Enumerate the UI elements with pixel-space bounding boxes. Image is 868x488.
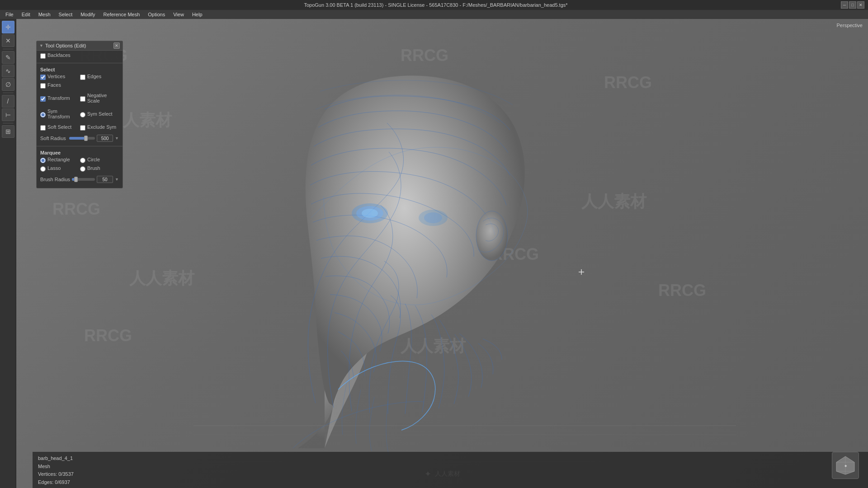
sym-select-radio[interactable] bbox=[80, 112, 85, 117]
exclude-sym-row: Exclude Sym bbox=[80, 124, 119, 131]
menu-item-mesh[interactable]: Mesh bbox=[35, 11, 54, 18]
edges-checkbox[interactable] bbox=[80, 75, 85, 80]
backfaces-checkbox[interactable] bbox=[40, 53, 46, 59]
brush-radius-track[interactable] bbox=[72, 178, 95, 181]
head-mesh-svg bbox=[16, 19, 868, 488]
brush-radius-label: Brush Radius bbox=[40, 177, 70, 182]
rectangle-radio[interactable] bbox=[40, 158, 46, 163]
soft-select-checkbox[interactable] bbox=[40, 125, 46, 131]
vertices-checkbox[interactable] bbox=[40, 75, 46, 80]
maximize-button[interactable]: □ bbox=[849, 1, 856, 9]
transform-row: Transform bbox=[40, 93, 79, 105]
sym-transform-label: Sym Transform bbox=[47, 108, 79, 119]
negative-scale-row: Negative Scale bbox=[80, 93, 119, 105]
menu-item-reference mesh[interactable]: Reference Mesh bbox=[100, 11, 144, 18]
lasso-radio[interactable] bbox=[40, 166, 46, 172]
menu-bar: FileEditMeshSelectModifyReference MeshOp… bbox=[0, 10, 868, 19]
menu-item-file[interactable]: File bbox=[2, 11, 17, 18]
rectangle-row: Rectangle bbox=[40, 157, 79, 164]
transform-label: Transform bbox=[47, 95, 70, 101]
brush-marquee-label: Brush bbox=[87, 165, 100, 171]
brush-radius-row: Brush Radius 50 ▼ bbox=[40, 176, 119, 183]
exclude-sym-checkbox[interactable] bbox=[80, 125, 85, 131]
soft-select-label: Soft Select bbox=[47, 124, 71, 130]
vertices-label: Vertices bbox=[47, 74, 65, 79]
toolbar-divider-3 bbox=[3, 123, 14, 123]
menu-item-options[interactable]: Options bbox=[144, 11, 169, 18]
viewport-3d[interactable]: RRCG 人人素材 RRCG 人人素材 RRCG RRCG 人人素材 RRCG … bbox=[16, 19, 868, 488]
sym-options: Sym Transform Sym Select bbox=[40, 108, 119, 122]
menu-item-edit[interactable]: Edit bbox=[18, 11, 34, 18]
select-options: Vertices Edges Faces bbox=[40, 74, 119, 90]
brush-row: Brush bbox=[80, 165, 119, 172]
svg-point-7 bbox=[424, 212, 442, 223]
window-controls[interactable]: ─ □ ✕ bbox=[841, 1, 864, 9]
soft-select-row: Soft Select bbox=[40, 124, 79, 131]
faces-checkbox[interactable] bbox=[40, 83, 46, 89]
brush-radio[interactable] bbox=[80, 166, 85, 172]
lasso-row: Lasso bbox=[40, 165, 79, 172]
panel-title: ▼ Tool Options (Edit) bbox=[39, 43, 86, 48]
soft-radius-thumb[interactable] bbox=[84, 136, 88, 141]
marquee-options: Rectangle Circle Lasso Brush bbox=[40, 157, 119, 173]
measure-tool[interactable]: ⊢ bbox=[2, 108, 14, 121]
negative-scale-checkbox[interactable] bbox=[80, 96, 85, 102]
menu-item-modify[interactable]: Modify bbox=[77, 11, 99, 18]
minimize-button[interactable]: ─ bbox=[841, 1, 848, 9]
navigation-cube[interactable]: ◆ bbox=[832, 452, 859, 479]
relax-tool[interactable]: ∿ bbox=[2, 65, 14, 77]
panel-header[interactable]: ▼ Tool Options (Edit) ✕ bbox=[37, 41, 123, 51]
menu-item-help[interactable]: Help bbox=[189, 11, 206, 18]
backfaces-label: Backfaces bbox=[47, 52, 71, 58]
faces-label: Faces bbox=[47, 82, 61, 88]
marquee-label: Marquee bbox=[40, 150, 119, 155]
circle-row: Circle bbox=[80, 157, 119, 164]
close-button[interactable]: ✕ bbox=[857, 1, 864, 9]
backfaces-section: Backfaces bbox=[37, 51, 123, 61]
sym-select-row: Sym Select bbox=[80, 108, 119, 121]
soft-radius-row: Soft Radius 500 ▼ bbox=[40, 135, 119, 142]
circle-radio[interactable] bbox=[80, 158, 85, 163]
faces-row: Faces bbox=[40, 82, 79, 89]
brush-radius-thumb[interactable] bbox=[74, 177, 78, 182]
knife-tool[interactable]: / bbox=[2, 95, 14, 108]
soft-radius-arrow[interactable]: ▼ bbox=[115, 136, 119, 141]
svg-point-5 bbox=[362, 209, 378, 218]
sym-section: Sym Transform Sym Select bbox=[37, 107, 123, 122]
transform-options: Transform Negative Scale bbox=[40, 93, 119, 106]
select-section: Select Vertices Edges Faces bbox=[37, 65, 123, 91]
soft-radius-label: Soft Radius bbox=[40, 136, 67, 141]
lasso-label: Lasso bbox=[47, 165, 61, 171]
select-move-tool[interactable]: ✛ bbox=[2, 21, 14, 33]
tool-options-panel: ▼ Tool Options (Edit) ✕ Backfaces Select… bbox=[36, 41, 123, 188]
sym-select-label: Sym Select bbox=[87, 111, 113, 117]
brush-radius-arrow[interactable]: ▼ bbox=[115, 177, 119, 182]
toolbar-divider-2 bbox=[3, 93, 14, 93]
sym-transform-row: Sym Transform bbox=[40, 108, 79, 121]
marquee-section: Marquee Rectangle Circle Lasso Brush bbox=[37, 148, 123, 174]
soft-select-section: Soft Select Exclude Sym bbox=[37, 122, 123, 133]
soft-radius-value[interactable]: 500 bbox=[97, 135, 113, 142]
circle-label: Circle bbox=[87, 157, 100, 162]
soft-radius-section: Soft Radius 500 ▼ bbox=[37, 133, 123, 144]
exclude-sym-label: Exclude Sym bbox=[87, 124, 116, 130]
divider-2 bbox=[37, 146, 123, 146]
brush-tool[interactable]: ∅ bbox=[2, 78, 14, 91]
brush-radius-value[interactable]: 50 bbox=[97, 176, 113, 183]
transform-tool[interactable]: ✕ bbox=[2, 34, 14, 47]
transform-section: Transform Negative Scale bbox=[37, 91, 123, 107]
edges-label: Edges bbox=[87, 74, 101, 79]
draw-tool[interactable]: ✎ bbox=[2, 51, 14, 64]
grid-tool[interactable]: ⊞ bbox=[2, 125, 14, 138]
transform-checkbox[interactable] bbox=[40, 96, 46, 102]
soft-radius-track[interactable] bbox=[69, 137, 95, 140]
cursor bbox=[579, 269, 584, 275]
soft-options: Soft Select Exclude Sym bbox=[40, 124, 119, 132]
negative-scale-label: Negative Scale bbox=[87, 93, 119, 103]
panel-close-button[interactable]: ✕ bbox=[113, 42, 120, 49]
rectangle-label: Rectangle bbox=[47, 157, 70, 162]
sym-transform-radio[interactable] bbox=[40, 112, 46, 117]
menu-item-view[interactable]: View bbox=[170, 11, 188, 18]
brush-radius-section: Brush Radius 50 ▼ bbox=[37, 174, 123, 185]
menu-item-select[interactable]: Select bbox=[55, 11, 76, 18]
